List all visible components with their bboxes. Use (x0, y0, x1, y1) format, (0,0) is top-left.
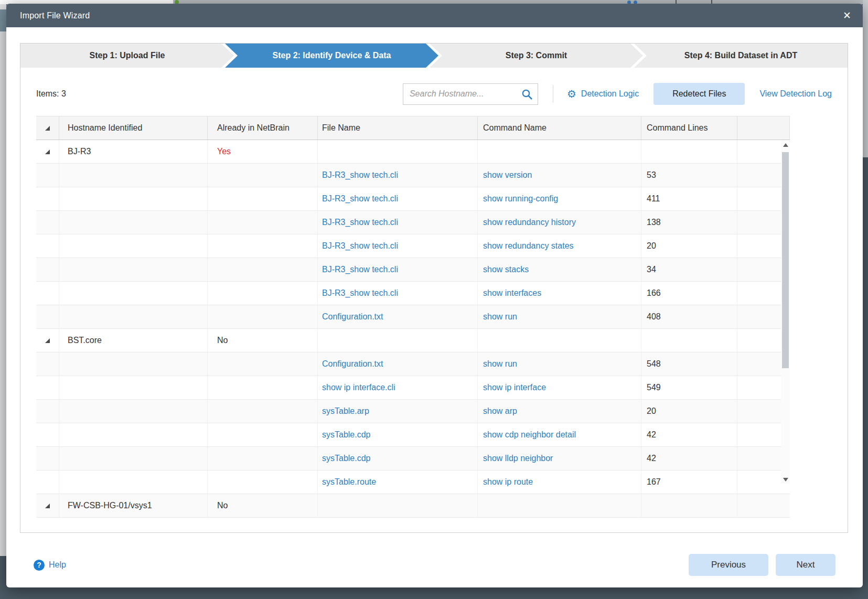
collapse-all-icon (45, 126, 50, 131)
expander-cell[interactable] (36, 329, 59, 352)
hostname-cell: BJ-R3 (59, 140, 208, 163)
file-name-cell: BJ-R3_show tech.cli (318, 211, 478, 234)
command-name-link[interactable]: show ip route (483, 477, 533, 487)
table-row-file: sysTable.cdpshow cdp neighbor detail42 (36, 423, 790, 447)
command-name-link[interactable]: show redundancy states (483, 241, 574, 251)
command-name-link[interactable]: show ip interface (483, 383, 546, 392)
table-row-device-group[interactable]: BST.coreNo (36, 329, 790, 352)
wizard-step-3[interactable]: Step 3: Commit (430, 44, 643, 68)
table-row-file: BJ-R3_show tech.clishow redundancy histo… (36, 211, 790, 234)
table-row-device-group[interactable]: BJ-R3Yes (36, 140, 790, 164)
command-name-link[interactable]: show version (483, 170, 532, 180)
file-name-link[interactable]: BJ-R3_show tech.cli (322, 170, 398, 180)
expand-collapse-icon[interactable] (45, 504, 50, 508)
wizard-step-1[interactable]: Step 1: Upload File (20, 44, 234, 68)
file-name-cell: Configuration.txt (318, 352, 478, 376)
table-row-file: BJ-R3_show tech.clishow running-config41… (36, 187, 790, 211)
file-name-cell (318, 329, 478, 352)
already-in-netbrain-cell (208, 282, 318, 305)
close-icon[interactable]: ✕ (843, 10, 851, 20)
table-row-file: show ip interface.clishow ip interface54… (36, 376, 790, 400)
command-name-link[interactable]: show stacks (483, 265, 529, 274)
table-row-file: Configuration.txtshow run548 (36, 352, 790, 376)
file-name-cell: BJ-R3_show tech.cli (318, 187, 478, 210)
wizard-step-2[interactable]: Step 2: Identify Device & Data (225, 44, 438, 68)
already-in-netbrain-value: No (217, 336, 228, 345)
detection-logic-button[interactable]: ⚙ Detection Logic (567, 89, 639, 99)
file-name-cell: sysTable.arp (318, 400, 478, 423)
file-name-link[interactable]: sysTable.cdp (322, 430, 371, 440)
table-row-file: sysTable.arpshow arp20 (36, 400, 790, 423)
command-name-link[interactable]: show running-config (483, 194, 558, 204)
command-name-link[interactable]: show run (483, 359, 517, 369)
view-detection-log-link[interactable]: View Detection Log (759, 89, 832, 99)
command-name-link[interactable]: show arp (483, 407, 517, 416)
expander-cell[interactable] (36, 140, 59, 163)
previous-button[interactable]: Previous (689, 554, 768, 576)
command-name-link[interactable]: show cdp neighbor detail (483, 430, 576, 440)
file-name-link[interactable]: BJ-R3_show tech.cli (322, 194, 398, 204)
table-scrollbar[interactable] (781, 141, 790, 484)
file-name-link[interactable]: sysTable.cdp (322, 454, 371, 463)
help-link[interactable]: ? Help (34, 560, 66, 571)
redetect-files-button[interactable]: Redetect Files (653, 83, 745, 105)
expander-cell (36, 400, 59, 423)
hostname-cell (59, 400, 208, 423)
file-name-link[interactable]: show ip interface.cli (322, 383, 395, 392)
command-name-link[interactable]: show lldp neighbor (483, 454, 553, 463)
hostname-cell (59, 470, 208, 494)
file-name-link[interactable]: Configuration.txt (322, 312, 383, 322)
file-name-link[interactable]: sysTable.route (322, 477, 376, 487)
dialog-titlebar: Import File Wizard ✕ (6, 4, 863, 27)
search-input[interactable] (403, 84, 538, 104)
expander-cell (36, 447, 59, 470)
expander-cell (36, 187, 59, 210)
background-left-teal-block (0, 9, 6, 31)
file-name-link[interactable]: BJ-R3_show tech.cli (322, 288, 398, 298)
command-name-cell: show redundancy states (478, 234, 641, 258)
file-name-link[interactable]: BJ-R3_show tech.cli (322, 218, 398, 227)
file-name-cell: BJ-R3_show tech.cli (318, 258, 478, 281)
expand-collapse-icon[interactable] (45, 338, 50, 343)
scrollbar-up-arrow-icon[interactable] (781, 141, 790, 149)
command-name-cell (478, 140, 641, 163)
command-name-cell: show ip route (478, 470, 641, 494)
expander-cell[interactable] (36, 494, 59, 517)
hostname-cell: FW-CSB-HG-01/vsys1 (59, 494, 208, 517)
table-row-file: sysTable.cdpshow lldp neighbor42 (36, 447, 790, 470)
command-name-cell: show redundancy history (478, 211, 641, 234)
scrollbar-down-arrow-icon[interactable] (781, 475, 790, 484)
search-icon[interactable] (521, 88, 533, 103)
file-name-link[interactable]: Configuration.txt (322, 359, 383, 369)
command-name-link[interactable]: show interfaces (483, 288, 541, 298)
file-name-link[interactable]: BJ-R3_show tech.cli (322, 241, 398, 251)
table-row-device-group[interactable]: FW-CSB-HG-01/vsys1No (36, 494, 790, 518)
command-name-link[interactable]: show run (483, 312, 517, 322)
already-in-netbrain-cell: No (208, 494, 318, 517)
wizard-step-label: Step 3: Commit (506, 51, 567, 60)
hostname-cell (59, 187, 208, 210)
background-right-sliver (863, 0, 868, 157)
next-button[interactable]: Next (776, 554, 835, 576)
expander-cell (36, 211, 59, 234)
expand-collapse-icon[interactable] (45, 149, 50, 154)
table-row-file: BJ-R3_show tech.clishow redundancy state… (36, 234, 790, 258)
wizard-steps: Step 1: Upload FileStep 2: Identify Devi… (20, 44, 848, 68)
hostname-cell (59, 211, 208, 234)
help-icon: ? (34, 560, 45, 571)
already-in-netbrain-cell (208, 423, 318, 446)
file-name-cell: show ip interface.cli (318, 376, 478, 399)
file-name-cell: BJ-R3_show tech.cli (318, 164, 478, 187)
already-in-netbrain-cell (208, 447, 318, 470)
file-name-link[interactable]: sysTable.arp (322, 407, 369, 416)
header-already-in-netbrain: Already in NetBrain (208, 116, 318, 140)
wizard-step-4[interactable]: Step 4: Build Dataset in ADT (634, 44, 848, 68)
expander-cell (36, 376, 59, 399)
file-name-cell (318, 140, 478, 163)
dialog-footer: ? Help Previous Next (20, 554, 849, 576)
file-name-link[interactable]: BJ-R3_show tech.cli (322, 265, 398, 274)
scrollbar-thumb[interactable] (782, 152, 789, 368)
command-name-cell: show arp (478, 400, 641, 423)
command-name-link[interactable]: show redundancy history (483, 218, 576, 227)
collapse-all-header-cell[interactable] (36, 116, 59, 140)
